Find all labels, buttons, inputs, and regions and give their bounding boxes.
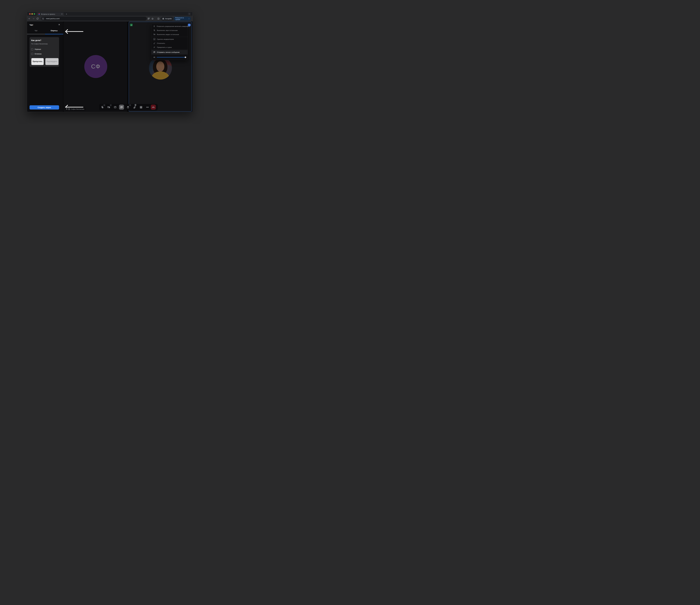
- poll-card: Как дела? По София Филиппова Хорошо Отли…: [29, 37, 59, 67]
- checkbox-option-2[interactable]: [31, 53, 33, 55]
- menu-item-make-moderator[interactable]: M Сделать модератором: [151, 37, 188, 41]
- tab-search-button[interactable]: [188, 13, 191, 15]
- chevron-up-icon: [104, 105, 105, 106]
- more-options-button[interactable]: [145, 105, 150, 110]
- raise-hand-options-chevron[interactable]: [129, 104, 131, 106]
- poll-option: Отлично: [31, 53, 42, 55]
- back-icon[interactable]: [28, 17, 31, 20]
- tab-underline-active: [45, 34, 63, 34]
- poll-option-label: Отлично: [34, 53, 42, 55]
- skip-button[interactable]: Пропустить: [31, 58, 44, 65]
- menu-item-mute-others[interactable]: Выключить звук остальным: [151, 28, 188, 32]
- new-tab-button[interactable]: +: [65, 13, 68, 16]
- side-panel-icon[interactable]: [157, 18, 159, 20]
- raise-hand-icon: [127, 106, 129, 109]
- layout-grid-icon: [140, 106, 143, 109]
- menu-item-send-private-message[interactable]: Отправить личное сообщение: [151, 50, 188, 54]
- chat-toggle-button[interactable]: [119, 105, 124, 110]
- menu-item-pin-to-stage[interactable]: Прикрепить к сцене: [151, 45, 188, 49]
- microphone-off-icon: [66, 108, 67, 110]
- browser-menu-icon[interactable]: [188, 18, 190, 20]
- chat-bubble-icon: [120, 106, 123, 109]
- window-minimize-button[interactable]: [31, 13, 33, 15]
- video-tile-local[interactable]: СФ M София Филлипова: [64, 22, 127, 112]
- participant-context-menu: Попросить разрешение включить микрофон В…: [151, 24, 188, 60]
- chevron-down-icon: [189, 13, 190, 15]
- screen-share-button[interactable]: [112, 105, 118, 110]
- window-close-button[interactable]: [29, 13, 31, 15]
- pin-icon: [153, 46, 155, 48]
- site-settings-icon[interactable]: [41, 17, 45, 20]
- url-text: meet.pachca.com/: [46, 18, 60, 20]
- tab-close-icon[interactable]: ✕: [61, 13, 63, 15]
- participant-volume-row: [151, 55, 188, 59]
- incognito-badge: Incognito: [161, 17, 173, 21]
- moderator-badge: M: [68, 108, 70, 110]
- forward-icon[interactable]: [32, 17, 35, 20]
- incognito-label: Incognito: [165, 18, 172, 20]
- volume-slider-thumb[interactable]: [185, 56, 186, 58]
- tab-title: Встреча по проекту: [41, 13, 61, 15]
- poll-question: Как дела?: [31, 39, 41, 42]
- tab-underline-inactive: [27, 34, 45, 34]
- hang-up-button[interactable]: [151, 105, 156, 110]
- volume-slider[interactable]: [157, 57, 186, 57]
- tab-chat[interactable]: Чат: [27, 30, 45, 33]
- speaker-icon: [153, 56, 155, 58]
- incognito-icon: [162, 18, 165, 20]
- chat-sidebar: Чат ✕ Чат Опросы Как дела? По София Фили…: [27, 22, 63, 112]
- relaunch-label: Relaunch to update: [175, 17, 188, 20]
- call-controls-toolbar: 1: [99, 104, 158, 111]
- sidebar-close-icon[interactable]: ✕: [58, 24, 60, 26]
- signal-bars-icon: [131, 24, 132, 26]
- microphone-off-icon: [153, 29, 155, 31]
- poll-option: Хорошо: [31, 48, 41, 50]
- connection-quality-badge: [130, 24, 132, 26]
- pachca-favicon: [38, 13, 40, 15]
- tab-strip: Встреча по проекту ✕ +: [27, 12, 193, 16]
- sidebar-title: Чат: [29, 24, 33, 26]
- user-disconnect-icon: [153, 42, 155, 44]
- meeting-app: Чат ✕ Чат Опросы Как дела? По София Фили…: [27, 22, 193, 112]
- browser-tab[interactable]: Встреча по проекту ✕: [36, 13, 64, 16]
- tab-polls[interactable]: Опросы: [45, 30, 63, 33]
- desktop: Встреча по проекту ✕ + meet.pachca.com/: [0, 0, 220, 123]
- microphone-off-icon: [101, 106, 104, 109]
- browser-window: Встреча по проекту ✕ + meet.pachca.com/: [27, 12, 193, 112]
- screen-share-icon: [114, 106, 117, 109]
- menu-item-disconnect[interactable]: Отключить: [151, 41, 188, 45]
- microphone-options-chevron[interactable]: [103, 104, 105, 106]
- menu-item-disable-video-others[interactable]: Выключить видео остальным: [151, 32, 188, 37]
- create-poll-button[interactable]: Создать опрос: [29, 105, 59, 110]
- moderator-badge-icon: M: [153, 38, 155, 40]
- camera-options-chevron[interactable]: [110, 104, 112, 106]
- checkbox-option-1[interactable]: [31, 48, 33, 50]
- browser-toolbar: meet.pachca.com/ Incognito Relaunch to u…: [27, 16, 193, 22]
- relaunch-to-update-button[interactable]: Relaunch to update: [174, 17, 191, 21]
- bookmark-star-icon[interactable]: [151, 18, 154, 20]
- chevron-up-icon: [110, 105, 111, 106]
- avatar-initials: СФ: [84, 55, 107, 78]
- poll-byline: По София Филиппова: [31, 43, 48, 45]
- reload-icon[interactable]: [36, 17, 39, 20]
- camera-off-icon: [153, 33, 155, 35]
- confirm-button[interactable]: Подтвердить: [45, 58, 58, 65]
- url-bar[interactable]: meet.pachca.com/: [41, 17, 147, 21]
- poll-option-label: Хорошо: [34, 48, 41, 50]
- chat-bubble-icon: [153, 51, 155, 53]
- layout-grid-button[interactable]: [139, 105, 144, 110]
- camera-off-icon: [107, 106, 110, 109]
- participants-icon: [133, 106, 136, 109]
- hang-up-icon: [152, 105, 155, 109]
- more-horizontal-icon: [146, 106, 149, 109]
- microphone-icon: [153, 25, 155, 27]
- participant-name: София Филлипова: [71, 108, 84, 110]
- menu-item-request-mic[interactable]: Попросить разрешение включить микрофон: [151, 24, 188, 28]
- chevron-up-icon: [129, 105, 131, 106]
- participants-count-badge: 1: [134, 104, 136, 106]
- tab-groups-icon[interactable]: [148, 18, 150, 20]
- participant-name-label: M София Филлипова: [65, 107, 86, 111]
- window-zoom-button[interactable]: [33, 13, 35, 15]
